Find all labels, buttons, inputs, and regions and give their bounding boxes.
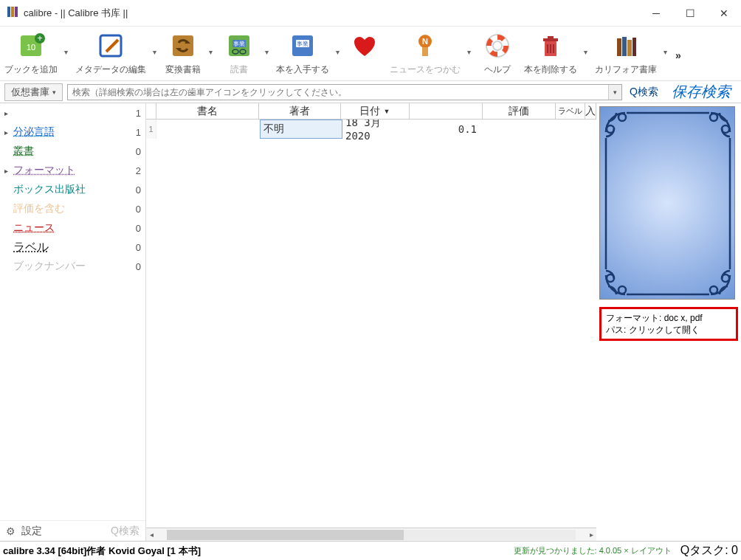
sidebar-item-publisher[interactable]: ボックス出版社 0 bbox=[0, 180, 145, 199]
sidebar-item-authors[interactable]: ▸ 1 bbox=[0, 103, 145, 122]
delete-book-button[interactable]: 本を削除する bbox=[521, 30, 580, 77]
library-button[interactable]: カリフォア書庫 bbox=[592, 30, 660, 77]
news-dropdown[interactable]: ▾ bbox=[463, 30, 474, 74]
svg-point-41 bbox=[722, 274, 729, 282]
settings-label[interactable]: 設定 bbox=[21, 525, 42, 538]
heart-icon bbox=[350, 31, 379, 61]
chevron-down-icon: ▾ bbox=[52, 89, 56, 96]
sidebar-item-rating[interactable]: 評価を含む 0 bbox=[0, 199, 145, 218]
th-rest[interactable]: 入 bbox=[585, 103, 596, 119]
edit-metadata-dropdown[interactable]: ▾ bbox=[149, 30, 159, 74]
add-book-icon: 10+ bbox=[16, 31, 46, 61]
search-input[interactable] bbox=[68, 85, 608, 100]
cover-decoration bbox=[600, 107, 736, 300]
svg-rect-33 bbox=[627, 40, 632, 56]
convert-book-icon bbox=[168, 31, 198, 61]
th-title[interactable]: 書名 bbox=[156, 103, 259, 119]
help-icon bbox=[483, 31, 512, 61]
sidebar-item-languages[interactable]: ▸ 分泌言語 1 bbox=[0, 122, 145, 142]
window-title: calibre - || Calibre 书库 || bbox=[24, 7, 128, 20]
svg-rect-32 bbox=[622, 37, 627, 56]
get-books-icon: 事業 bbox=[288, 31, 317, 61]
minimize-button[interactable]: ─ bbox=[639, 0, 673, 27]
read-dropdown[interactable]: ▾ bbox=[261, 30, 272, 74]
delete-book-label: 本を削除する bbox=[524, 63, 577, 76]
svg-text:10: 10 bbox=[27, 43, 35, 52]
sidebar: ▸ 1 ▸ 分泌言語 1 叢書 0 ▸ フォーマット 2 ボックス出版 bbox=[0, 103, 146, 541]
td-rest[interactable] bbox=[589, 120, 596, 139]
get-books-button[interactable]: 事業 本を入手する bbox=[273, 30, 332, 77]
get-books-dropdown[interactable]: ▾ bbox=[332, 30, 342, 74]
th-date[interactable]: 日付▼ bbox=[341, 103, 410, 119]
help-button[interactable]: ヘルプ bbox=[475, 30, 520, 77]
donate-button[interactable] bbox=[344, 30, 385, 75]
status-tasks[interactable]: Qタスク: 0 bbox=[680, 543, 738, 559]
scroll-right-arrow[interactable]: ▸ bbox=[586, 530, 596, 539]
convert-book-label: 変換書籍 bbox=[165, 63, 201, 76]
news-label: ニュースをつかむ bbox=[390, 63, 461, 76]
detail-path[interactable]: パス: クリックして開く bbox=[606, 324, 731, 336]
convert-book-dropdown[interactable]: ▾ bbox=[205, 30, 216, 74]
convert-book-button[interactable]: 変換書籍 bbox=[161, 30, 205, 77]
svg-point-37 bbox=[722, 125, 729, 133]
toolbar: 10+ ブックを追加 ▾ メタデータの編集 ▾ 変換書籍 ▾ 事業 読書 bbox=[0, 27, 741, 81]
close-button[interactable]: ✕ bbox=[707, 0, 741, 27]
saved-search-button[interactable]: 保存検索 bbox=[666, 82, 737, 102]
main: ▸ 1 ▸ 分泌言語 1 叢書 0 ▸ フォーマット 2 ボックス出版 bbox=[0, 103, 741, 541]
scrollbar-track[interactable] bbox=[167, 530, 576, 540]
th-rownum[interactable] bbox=[146, 103, 156, 119]
gear-icon[interactable]: ⚙ bbox=[6, 525, 15, 537]
svg-rect-1 bbox=[11, 7, 14, 17]
td-size[interactable]: 0.1 bbox=[412, 120, 486, 139]
sidebar-item-series[interactable]: 叢書 0 bbox=[0, 142, 145, 161]
td-author[interactable]: 不明 bbox=[260, 120, 342, 139]
td-rating[interactable] bbox=[486, 120, 559, 139]
th-rating[interactable]: 評価 bbox=[483, 103, 556, 119]
virtual-library-button[interactable]: 仮想書庫 ▾ bbox=[4, 83, 63, 101]
maximize-button[interactable]: ☐ bbox=[673, 0, 707, 27]
svg-text:事業: 事業 bbox=[297, 41, 309, 47]
news-icon: N bbox=[410, 31, 440, 61]
svg-rect-9 bbox=[173, 35, 193, 56]
scroll-left-arrow[interactable]: ◂ bbox=[146, 530, 156, 539]
th-size[interactable] bbox=[410, 103, 483, 119]
status-update[interactable]: 更新が見つかりました: 4.0.05 × レイアウト bbox=[514, 546, 680, 555]
svg-rect-2 bbox=[15, 7, 18, 17]
book-cover[interactable] bbox=[599, 106, 735, 300]
td-title[interactable] bbox=[156, 120, 260, 139]
td-date[interactable]: 18 3月 2020 bbox=[342, 120, 412, 139]
svg-point-38 bbox=[710, 114, 717, 121]
help-label: ヘルプ bbox=[484, 63, 511, 76]
svg-point-39 bbox=[607, 274, 614, 282]
th-label[interactable]: ラベル bbox=[556, 103, 585, 119]
read-button[interactable]: 事業 読書 bbox=[217, 30, 261, 77]
book-details: フォーマット: doc x, pdf パス: クリックして開く bbox=[599, 307, 738, 341]
svg-rect-31 bbox=[617, 38, 621, 56]
table-body[interactable]: 1 不明 18 3月 2020 0.1 bbox=[146, 120, 596, 528]
horizontal-scrollbar[interactable]: ◂ ▸ bbox=[146, 528, 596, 541]
sidebar-item-formats[interactable]: ▸ フォーマット 2 bbox=[0, 161, 145, 180]
svg-text:+: + bbox=[37, 33, 42, 44]
detail-formats[interactable]: フォーマット: doc x, pdf bbox=[606, 312, 731, 324]
add-book-button[interactable]: 10+ ブックを追加 bbox=[1, 30, 61, 77]
svg-point-42 bbox=[710, 286, 717, 294]
edit-metadata-button[interactable]: メタデータの編集 bbox=[72, 30, 149, 77]
toolbar-overflow[interactable]: » bbox=[672, 49, 685, 61]
sidebar-qsearch[interactable]: Q検索 bbox=[111, 525, 139, 538]
news-button[interactable]: N ニュースをつかむ bbox=[387, 30, 463, 77]
th-author[interactable]: 著者 bbox=[259, 103, 341, 119]
sidebar-item-tags[interactable]: ラベル 0 bbox=[0, 238, 145, 257]
sidebar-item-news[interactable]: ニュース 0 bbox=[0, 218, 145, 238]
search-dropdown[interactable]: ▾ bbox=[608, 85, 621, 100]
add-book-dropdown[interactable]: ▾ bbox=[61, 30, 71, 74]
table-row[interactable]: 1 不明 18 3月 2020 0.1 bbox=[146, 120, 596, 139]
delete-book-dropdown[interactable]: ▾ bbox=[580, 30, 590, 74]
virtual-library-label: 仮想書庫 bbox=[11, 86, 49, 99]
library-dropdown[interactable]: ▾ bbox=[660, 30, 670, 74]
sidebar-item-identifiers[interactable]: ブックナンバー 0 bbox=[0, 257, 145, 276]
td-label[interactable] bbox=[559, 120, 589, 139]
svg-text:事業: 事業 bbox=[233, 41, 245, 47]
scrollbar-thumb[interactable] bbox=[167, 530, 404, 540]
qsearch-button[interactable]: Q検索 bbox=[627, 86, 661, 99]
svg-rect-0 bbox=[7, 7, 10, 17]
